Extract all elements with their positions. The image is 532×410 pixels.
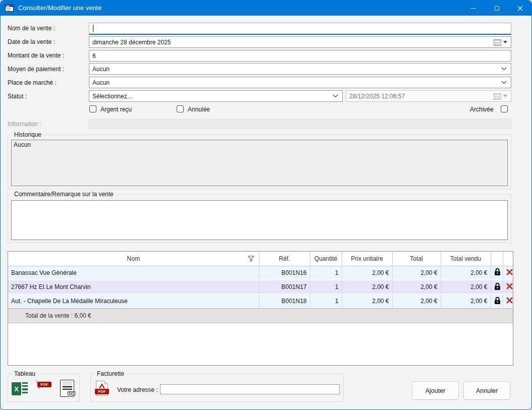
lock-icon[interactable] — [494, 282, 501, 290]
lock-icon[interactable] — [494, 297, 501, 305]
date-picker[interactable]: dimanche 28 décembre 2025 — [89, 36, 511, 48]
facturette-pdf-button[interactable]: PDF — [94, 380, 110, 398]
column-header-nom[interactable]: Nom — [8, 252, 259, 266]
archivee-label: Archivée — [470, 106, 494, 113]
lock-cell[interactable] — [491, 266, 503, 280]
cell-nom[interactable]: 27667 Hz Et Le Mont Charvin — [8, 280, 259, 294]
annuler-button[interactable]: Annuler — [463, 381, 510, 400]
pdf-icon: PDF — [96, 381, 108, 396]
commentaire-textarea[interactable] — [11, 200, 508, 240]
minimize-button[interactable] — [462, 1, 485, 16]
table-row[interactable]: 27667 Hz Et Le Mont Charvin B001N17 1 2,… — [8, 280, 513, 294]
information-input — [89, 119, 511, 129]
grid-header-row: Nom Réf. Quantité Prix unitaire Total To… — [8, 252, 513, 266]
argent-recu-checkbox[interactable] — [89, 105, 96, 112]
delete-icon[interactable] — [506, 283, 513, 289]
statut-select[interactable]: Sélectionnez... — [89, 90, 343, 102]
marche-label: Place de marché : — [8, 79, 57, 86]
app-form-icon — [5, 5, 14, 12]
nom-input[interactable] — [89, 23, 511, 35]
chevron-down-icon — [333, 94, 338, 98]
facturette-title: Facturette — [95, 370, 126, 377]
statut-value: Sélectionnez... — [92, 93, 132, 100]
adresse-label: Votre adresse : — [117, 386, 158, 393]
montant-label: Montant de la vente : — [8, 52, 64, 59]
column-header-lock — [491, 252, 503, 266]
date-label: Date de la vente : — [8, 38, 55, 45]
cell-prix-unitaire[interactable]: 2,00 € — [342, 280, 392, 294]
text-caret — [93, 25, 93, 32]
column-header-delete — [503, 252, 513, 266]
paiement-select[interactable]: Aucun — [89, 63, 511, 75]
cell-nom[interactable]: Banassac Vue Générale — [8, 266, 259, 280]
chevron-down-icon — [503, 41, 507, 43]
export-excel-button[interactable]: X — [12, 380, 29, 398]
marche-value: Aucun — [92, 79, 110, 86]
calendar-icon — [494, 39, 501, 46]
lock-cell[interactable] — [491, 280, 503, 294]
cell-total-vendu[interactable]: 2,00 € — [441, 280, 491, 294]
argent-recu-label: Argent reçu — [100, 106, 132, 113]
delete-cell[interactable] — [503, 266, 513, 280]
cell-nom[interactable]: Aut. - Chapelle De La Médaille Miraculeu… — [8, 294, 259, 308]
statut-label: Statut : — [8, 93, 27, 100]
cell-total-vendu[interactable]: 2,00 € — [441, 294, 491, 308]
cell-total[interactable]: 2,00 € — [392, 266, 441, 280]
cell-prix-unitaire[interactable]: 2,00 € — [342, 294, 392, 308]
filter-icon[interactable] — [248, 256, 254, 262]
column-header-total[interactable]: Total — [392, 252, 441, 266]
chevron-down-icon — [503, 95, 507, 97]
annulee-label: Annulée — [188, 106, 210, 113]
cell-prix-unitaire[interactable]: 2,00 € — [342, 266, 392, 280]
column-header-prix-unitaire[interactable]: Prix unitaire — [342, 252, 392, 266]
paiement-label: Moyen de paiement : — [8, 66, 64, 73]
tableau-title: Tableau — [12, 370, 37, 377]
delete-icon[interactable] — [506, 269, 513, 275]
adresse-input[interactable] — [160, 384, 340, 394]
commentaire-title: Commentaire/Remarque sur la vente — [12, 191, 116, 198]
date-value: dimanche 28 décembre 2025 — [92, 39, 171, 46]
maximize-button[interactable] — [485, 1, 508, 16]
column-header-quantite[interactable]: Quantité — [310, 252, 342, 266]
table-row[interactable]: Aut. - Chapelle De La Médaille Miraculeu… — [8, 294, 513, 308]
table-row[interactable]: Banassac Vue Générale B001N16 1 2,00 € 2… — [8, 266, 513, 280]
export-txt-button[interactable]: TXT — [60, 380, 76, 399]
txt-document-icon: TXT — [60, 380, 74, 397]
paiement-value: Aucun — [92, 66, 110, 73]
statut-datetime-picker: 28/12/2025 12:06:57 — [346, 90, 511, 102]
archivee-checkbox[interactable] — [501, 105, 508, 112]
statut-datetime-value: 28/12/2025 12:06:57 — [349, 93, 405, 100]
lock-icon[interactable] — [494, 268, 501, 276]
export-pdf-button[interactable]: PDF — [37, 380, 52, 398]
marche-select[interactable]: Aucun — [89, 77, 511, 88]
ajouter-button[interactable]: Ajouter — [412, 381, 459, 400]
chevron-down-icon — [501, 67, 507, 71]
cell-quantite[interactable]: 1 — [310, 266, 342, 280]
cell-quantite[interactable]: 1 — [310, 280, 342, 294]
excel-sheet-lines-icon — [22, 382, 28, 393]
cell-ref[interactable]: B001N16 — [259, 266, 310, 280]
cell-total[interactable]: 2,00 € — [392, 280, 441, 294]
lock-cell[interactable] — [491, 294, 503, 308]
annulee-checkbox[interactable] — [177, 105, 184, 112]
cell-total[interactable]: 2,00 € — [392, 294, 441, 308]
tableau-iconbar: X PDF TXT — [12, 380, 76, 399]
historique-content: Aucun — [14, 141, 31, 148]
column-header-ref[interactable]: Réf. — [259, 252, 310, 266]
grid-total-row: Total de la vente : 6,00 € — [8, 308, 513, 323]
cell-quantite[interactable]: 1 — [310, 294, 342, 308]
delete-cell[interactable] — [503, 294, 513, 308]
cell-ref[interactable]: B001N17 — [259, 280, 310, 294]
close-button[interactable] — [508, 1, 531, 16]
delete-cell[interactable] — [503, 280, 513, 294]
delete-icon[interactable] — [506, 297, 513, 304]
column-header-total-vendu[interactable]: Total vendu — [441, 252, 491, 266]
cell-total-vendu[interactable]: 2,00 € — [441, 266, 491, 280]
cell-ref[interactable]: B001N18 — [259, 294, 310, 308]
pdf-icon: PDF — [38, 379, 39, 389]
total-vente-label: Total de la vente : 6,00 € — [25, 312, 91, 319]
montant-input[interactable]: 6 — [89, 50, 511, 62]
historique-title: Historique — [12, 131, 43, 138]
minimize-icon — [471, 8, 476, 9]
excel-icon: X — [12, 382, 21, 395]
